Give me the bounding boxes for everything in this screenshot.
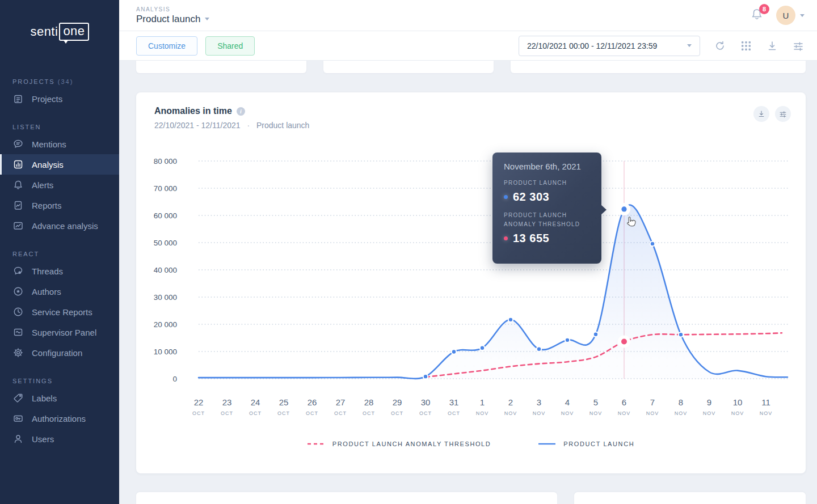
export-button[interactable] bbox=[766, 40, 778, 52]
sidebar-item-advance-analysis[interactable]: Advance analysis bbox=[0, 215, 119, 236]
x-axis-day: 30 bbox=[421, 397, 431, 407]
x-axis-month: OCT bbox=[419, 410, 432, 416]
x-axis-month: NOV bbox=[476, 410, 489, 416]
x-axis-month: OCT bbox=[249, 410, 262, 416]
sidebar-item-authorizations[interactable]: Authorizations bbox=[0, 408, 119, 429]
refresh-button[interactable] bbox=[714, 40, 726, 52]
x-axis-month: NOV bbox=[760, 410, 773, 416]
date-range-value: 22/10/2021 00:00 - 12/11/2021 23:59 bbox=[527, 41, 657, 50]
content-area: Anomalies in time i 22/10/2021 - 12/11/2… bbox=[119, 61, 817, 504]
active-threshold-point[interactable] bbox=[621, 338, 627, 344]
solid-line-icon bbox=[538, 442, 555, 446]
y-axis-tick: 0 bbox=[172, 375, 177, 383]
alerts-icon bbox=[12, 179, 24, 190]
sidebar-item-analysis[interactable]: Analysis bbox=[0, 154, 119, 175]
anomalies-line-chart[interactable]: 80 00070 00060 00050 00040 00030 00020 0… bbox=[136, 149, 806, 421]
x-axis-day: 11 bbox=[761, 397, 770, 407]
customize-button[interactable]: Customize bbox=[136, 36, 197, 56]
sentione-logo[interactable]: senti one bbox=[0, 0, 119, 63]
y-axis-tick: 60 000 bbox=[154, 211, 177, 220]
data-point[interactable] bbox=[480, 346, 485, 350]
analysis-title-dropdown[interactable]: Product launch bbox=[136, 14, 209, 25]
chart-tooltip: November 6th, 2021 PRODUCT LAUNCH 62 303… bbox=[492, 153, 601, 264]
sidebar-item-reports[interactable]: Reports bbox=[0, 195, 119, 215]
x-axis-month: NOV bbox=[589, 410, 603, 416]
active-data-point[interactable] bbox=[621, 206, 626, 211]
data-point[interactable] bbox=[650, 242, 655, 246]
top-stat-cards bbox=[136, 61, 806, 73]
x-axis-month: NOV bbox=[703, 410, 716, 416]
avatar[interactable]: U bbox=[776, 6, 795, 25]
data-point[interactable] bbox=[679, 332, 683, 337]
sidebar-section: PROJECTS (34)Projects bbox=[0, 78, 119, 109]
sidebar-item-supervisor-panel[interactable]: Supervisor Panel bbox=[0, 322, 119, 342]
labels-icon bbox=[12, 392, 24, 404]
download-icon bbox=[757, 110, 765, 118]
x-axis-month: OCT bbox=[192, 410, 205, 416]
widgets-grid-button[interactable] bbox=[740, 40, 752, 52]
x-axis-day: 7 bbox=[650, 397, 655, 407]
user-menu-chevron-icon[interactable] bbox=[800, 14, 805, 17]
sidebar: senti one PROJECTS (34)ProjectsLISTEN Me… bbox=[0, 0, 119, 504]
chart-title: Anomalies in time bbox=[154, 106, 232, 116]
y-axis-tick: 70 000 bbox=[154, 184, 177, 193]
sidebar-item-labels[interactable]: Labels bbox=[0, 388, 119, 408]
chart-download-button[interactable] bbox=[753, 106, 769, 122]
x-axis-month: NOV bbox=[618, 410, 631, 416]
tooltip-series2-label: PRODUCT LAUNCH ANOMALY THRESHOLD bbox=[504, 211, 590, 229]
x-axis-day: 5 bbox=[593, 397, 598, 407]
chevron-down-icon bbox=[687, 44, 692, 47]
refresh-icon bbox=[714, 40, 726, 52]
y-axis-tick: 80 000 bbox=[154, 157, 177, 166]
legend-item-threshold[interactable]: PRODUCT LAUNCH ANOMALY THRESHOLD bbox=[308, 441, 491, 447]
data-point[interactable] bbox=[593, 332, 598, 337]
y-axis-tick: 40 000 bbox=[154, 266, 177, 274]
logo-text-right: one bbox=[59, 23, 89, 41]
sidebar-section-heading: SETTINGS bbox=[0, 378, 119, 388]
bottom-card bbox=[574, 492, 806, 504]
x-axis-day: 1 bbox=[480, 397, 485, 407]
sidebar-item-projects[interactable]: Projects bbox=[0, 88, 119, 109]
y-axis-tick: 10 000 bbox=[154, 348, 177, 356]
page-title: Product launch bbox=[136, 14, 200, 25]
info-icon[interactable]: i bbox=[237, 107, 245, 116]
legend-item-product-launch[interactable]: PRODUCT LAUNCH bbox=[538, 441, 634, 447]
sidebar-item-users[interactable]: Users bbox=[0, 429, 119, 449]
sidebar-item-threads[interactable]: Threads bbox=[0, 261, 119, 281]
sidebar-item-service-reports[interactable]: Service Reports bbox=[0, 302, 119, 322]
sidebar-section: SETTINGS LabelsAuthorizationsUsers bbox=[0, 378, 119, 449]
data-point[interactable] bbox=[508, 317, 513, 322]
x-axis-month: OCT bbox=[334, 410, 347, 416]
sidebar-item-alerts[interactable]: Alerts bbox=[0, 175, 119, 195]
y-axis-tick: 50 000 bbox=[154, 239, 177, 247]
chart-settings-button[interactable] bbox=[775, 106, 791, 122]
x-axis-month: OCT bbox=[363, 410, 375, 416]
data-point[interactable] bbox=[565, 338, 570, 342]
notifications-button[interactable]: 8 bbox=[750, 7, 764, 23]
data-point[interactable] bbox=[423, 374, 428, 379]
data-point[interactable] bbox=[452, 349, 456, 354]
tooltip-series1-label: PRODUCT LAUNCH bbox=[504, 179, 590, 188]
shared-button[interactable]: Shared bbox=[205, 36, 255, 56]
y-axis-tick: 20 000 bbox=[154, 320, 177, 329]
configuration-icon bbox=[12, 347, 24, 358]
anomalies-chart-card: Anomalies in time i 22/10/2021 - 12/11/2… bbox=[136, 92, 806, 473]
data-point[interactable] bbox=[537, 346, 541, 351]
grid-icon bbox=[741, 41, 751, 51]
sidebar-item-mentions[interactable]: Mentions bbox=[0, 134, 119, 154]
x-axis-month: NOV bbox=[504, 410, 517, 416]
date-range-select[interactable]: 22/10/2021 00:00 - 12/11/2021 23:59 bbox=[519, 36, 700, 56]
pink-dot-icon bbox=[504, 236, 508, 240]
x-axis-day: 22 bbox=[194, 397, 204, 407]
x-axis-month: NOV bbox=[731, 410, 744, 416]
mentions-icon bbox=[12, 138, 24, 150]
sidebar-item-authors[interactable]: Authors bbox=[0, 281, 119, 302]
sidebar-item-configuration[interactable]: Configuration bbox=[0, 342, 119, 363]
x-axis-day: 23 bbox=[222, 397, 232, 407]
x-axis-day: 3 bbox=[537, 397, 541, 407]
tooltip-series2-value: 13 655 bbox=[513, 232, 549, 245]
bottom-card bbox=[136, 492, 557, 504]
dashed-line-icon bbox=[308, 442, 325, 446]
x-axis-month: OCT bbox=[448, 410, 460, 416]
dashboard-settings-button[interactable] bbox=[792, 40, 805, 52]
